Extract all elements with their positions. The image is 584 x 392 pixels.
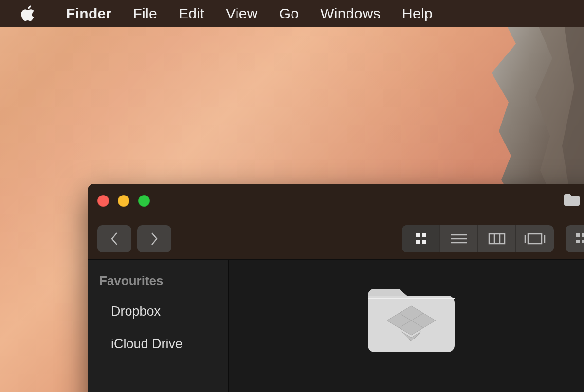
- content-area[interactable]: [229, 260, 584, 392]
- svg-rect-2: [416, 240, 420, 244]
- folder-icon: [563, 193, 581, 210]
- arrange-control: [566, 225, 584, 252]
- svg-rect-7: [489, 234, 505, 244]
- minimize-button[interactable]: [118, 195, 129, 207]
- menu-app-name[interactable]: Finder: [55, 5, 122, 22]
- view-mode-control: [402, 225, 554, 252]
- svg-rect-1: [422, 233, 426, 237]
- group-icon: [575, 232, 584, 246]
- menu-help[interactable]: Help: [391, 5, 443, 22]
- svg-rect-0: [416, 233, 420, 237]
- menu-windows[interactable]: Windows: [310, 5, 391, 22]
- arrange-button[interactable]: [566, 225, 584, 252]
- svg-rect-11: [528, 234, 542, 244]
- zoom-button[interactable]: [138, 195, 150, 207]
- icon-view-button[interactable]: [402, 225, 440, 252]
- svg-rect-16: [576, 240, 580, 243]
- back-button[interactable]: [97, 225, 131, 252]
- list-view-button[interactable]: [440, 225, 478, 252]
- apple-menu-icon[interactable]: [21, 5, 35, 22]
- close-button[interactable]: [97, 195, 109, 207]
- window-title: Des: [563, 193, 584, 210]
- menu-bar: Finder File Edit View Go Windows Help: [0, 0, 584, 27]
- svg-rect-17: [582, 240, 584, 243]
- menu-edit[interactable]: Edit: [168, 5, 215, 22]
- window-titlebar[interactable]: Des: [88, 184, 584, 218]
- finder-window: Des: [88, 184, 584, 392]
- svg-rect-3: [422, 240, 426, 244]
- window-controls: [97, 195, 150, 207]
- desktop: Finder File Edit View Go Windows Help De…: [0, 0, 584, 392]
- sidebar-item-dropbox[interactable]: Dropbox: [88, 295, 228, 328]
- svg-rect-13: [576, 233, 580, 237]
- coverflow-view-button[interactable]: [516, 225, 554, 252]
- window-toolbar: [88, 218, 584, 260]
- svg-rect-19: [368, 298, 455, 299]
- window-body: Favourites Dropbox iCloud Drive: [88, 260, 584, 392]
- menu-go[interactable]: Go: [269, 5, 310, 22]
- column-view-button[interactable]: [478, 225, 516, 252]
- wallpaper-cliff: [457, 0, 584, 204]
- menu-view[interactable]: View: [215, 5, 269, 22]
- menu-file[interactable]: File: [122, 5, 168, 22]
- sidebar-section-favourites: Favourites: [88, 273, 228, 295]
- forward-button[interactable]: [137, 225, 171, 252]
- sidebar: Favourites Dropbox iCloud Drive: [88, 260, 229, 392]
- svg-rect-14: [582, 233, 584, 237]
- sidebar-item-icloud-drive[interactable]: iCloud Drive: [88, 328, 228, 360]
- dropbox-folder-icon[interactable]: [365, 279, 457, 355]
